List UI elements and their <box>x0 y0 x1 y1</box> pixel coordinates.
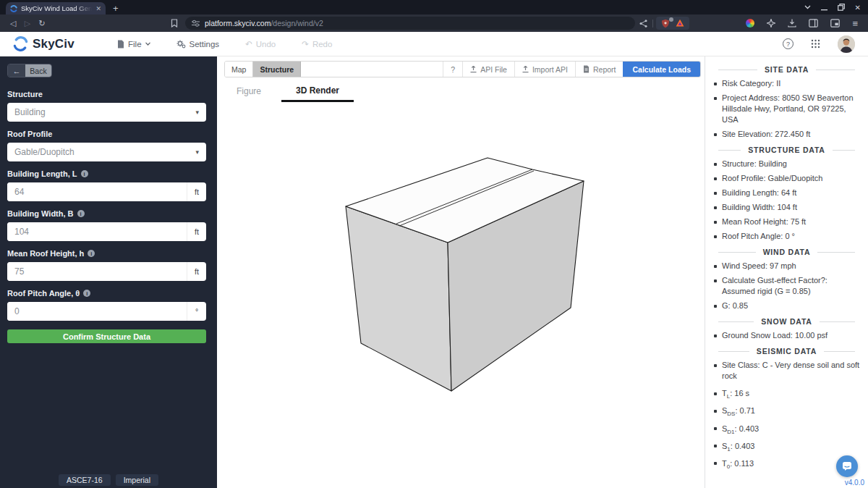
picture-in-picture-icon[interactable] <box>830 19 840 28</box>
roof-pitch-angle-input[interactable] <box>7 302 187 321</box>
seismic-data-list: Site Class: C - Very dense soil and soft… <box>712 360 861 472</box>
structure-tab-button[interactable]: Structure <box>253 62 301 77</box>
color-wheel-icon[interactable] <box>746 19 754 28</box>
help-button[interactable]: ? <box>443 62 462 77</box>
new-tab-button[interactable]: + <box>113 2 119 14</box>
side-panel-icon[interactable] <box>809 19 818 28</box>
avatar[interactable] <box>838 35 855 53</box>
building-width-input[interactable] <box>7 222 187 241</box>
width-unit: ft <box>187 222 206 241</box>
info-icon[interactable]: i <box>77 210 85 217</box>
roof-profile-select[interactable]: Gable/Duopitch ▾ <box>7 143 206 161</box>
roof-pitch-angle-group: ° <box>7 302 206 321</box>
list-item: SD1: 0.403 <box>712 424 861 437</box>
building-width-label: Building Width, Bi <box>7 209 206 218</box>
select-caret-icon: ▾ <box>195 109 199 116</box>
brand-name: SkyCiv <box>33 37 75 51</box>
browser-tab-bar: SkyCiv Wind Load Generat ✕ + ✕ <box>0 0 868 14</box>
settings-menu[interactable]: Settings <box>176 40 220 49</box>
list-item: Building Length: 64 ft <box>712 188 861 198</box>
reload-icon[interactable]: ↻ <box>35 19 49 28</box>
bookmark-icon[interactable] <box>171 19 178 28</box>
left-sidebar: ← Back Structure Building ▾ Roof Profile… <box>0 56 217 488</box>
downloads-icon[interactable] <box>788 19 796 28</box>
pitch-unit: ° <box>187 302 206 321</box>
view-tabs: Figure 3D Render <box>217 81 705 102</box>
extensions-area <box>656 17 689 30</box>
main-toolbar: Map Structure ? API File Import API <box>224 61 701 77</box>
file-icon <box>117 40 124 49</box>
file-menu[interactable]: File <box>117 40 150 49</box>
forward-nav-icon[interactable]: ▷ <box>20 19 35 28</box>
list-item: Roof Profile: Gable/Duopitch <box>712 173 861 184</box>
seismic-data-header: SEISMIC DATA <box>718 347 855 356</box>
window-restore-icon[interactable] <box>838 4 845 11</box>
units-button[interactable]: Imperial <box>116 474 158 486</box>
info-icon[interactable]: i <box>88 250 95 257</box>
apps-grid-icon[interactable] <box>811 39 820 49</box>
help-icon[interactable]: ? <box>783 38 793 49</box>
info-icon[interactable]: i <box>83 290 90 297</box>
design-code-button[interactable]: ASCE7-16 <box>59 474 111 486</box>
window-close-icon[interactable]: ✕ <box>855 4 861 12</box>
mean-roof-height-group: ft <box>7 262 206 281</box>
url-bar[interactable]: platform.skyciv.com/design/wind/v2 <box>185 17 635 30</box>
browser-tab[interactable]: SkyCiv Wind Load Generat ✕ <box>6 2 106 14</box>
extension-badge <box>669 17 673 22</box>
import-api-button[interactable]: Import API <box>514 62 575 77</box>
building-length-input[interactable] <box>7 182 187 201</box>
api-file-button[interactable]: API File <box>462 62 514 77</box>
leo-ai-icon[interactable] <box>767 19 775 28</box>
data-summary-panel: SITE DATA Risk Category: II Project Addr… <box>705 56 868 488</box>
length-unit: ft <box>187 182 206 201</box>
back-button[interactable]: ← Back <box>7 64 52 77</box>
chevron-down-icon <box>145 42 150 46</box>
structure-select[interactable]: Building ▾ <box>7 103 206 122</box>
browser-toolbar: ◁ ▷ ↻ platform.skyciv.com/design/wind/v2 <box>0 14 868 32</box>
gear-icon <box>176 40 186 49</box>
version-label: v4.0.0 <box>845 479 864 487</box>
browser-menu-icon[interactable]: ≡ <box>852 18 858 29</box>
structure-data-list: Structure: Building Roof Profile: Gable/… <box>712 159 861 242</box>
confirm-structure-data-button[interactable]: Confirm Structure Data <box>7 329 206 343</box>
window-minimize-icon[interactable] <box>821 4 827 11</box>
calculate-loads-button[interactable]: Calculate Loads <box>623 62 700 77</box>
tab-title: SkyCiv Wind Load Generat <box>21 4 92 12</box>
chat-support-button[interactable] <box>836 455 858 477</box>
skyciv-logo[interactable]: SkyCiv <box>0 36 75 51</box>
tab-figure[interactable]: Figure <box>237 82 261 102</box>
site-data-header: SITE DATA <box>718 65 855 74</box>
tab-close-icon[interactable]: ✕ <box>95 5 101 12</box>
url-text: platform.skyciv.com/design/wind/v2 <box>205 19 323 28</box>
mean-roof-height-input[interactable] <box>7 262 187 281</box>
mean-roof-height-label: Mean Roof Height, hi <box>7 249 206 258</box>
list-item: TL: 16 s <box>712 388 861 402</box>
report-button[interactable]: Report <box>575 62 624 77</box>
wind-data-list: Wind Speed: 97 mph Calculate Gust-effect… <box>712 261 861 311</box>
upload-icon <box>470 66 477 73</box>
building-3d-model[interactable] <box>217 102 705 488</box>
upload-icon <box>522 66 529 73</box>
list-item: Risk Category: II <box>712 78 861 89</box>
skyciv-favicon-icon <box>10 5 17 12</box>
building-length-group: ft <box>7 182 206 201</box>
list-item: S1: 0.403 <box>712 441 861 455</box>
undo-button[interactable]: ↶Undo <box>245 39 276 49</box>
list-item: SDS: 0.71 <box>712 405 861 419</box>
share-icon[interactable] <box>639 20 647 28</box>
map-tab-button[interactable]: Map <box>225 62 253 77</box>
render-canvas[interactable] <box>217 102 705 488</box>
site-settings-icon[interactable] <box>192 20 200 27</box>
list-item: Site Elevation: 272.450 ft <box>712 129 861 140</box>
list-item: Project Address: 8050 SW Beaverton Hills… <box>712 93 861 125</box>
redo-icon: ↷ <box>302 39 309 49</box>
tab-3d-render[interactable]: 3D Render <box>281 81 354 102</box>
report-file-icon <box>583 65 590 73</box>
info-icon[interactable]: i <box>81 170 88 177</box>
snow-data-header: SNOW DATA <box>718 317 855 326</box>
window-menu-chevron-icon[interactable] <box>804 5 811 9</box>
redo-button[interactable]: ↷Redo <box>302 39 332 49</box>
brave-rewards-icon[interactable] <box>676 19 684 28</box>
back-nav-icon[interactable]: ◁ <box>6 19 20 28</box>
back-arrow-icon: ← <box>8 64 25 77</box>
